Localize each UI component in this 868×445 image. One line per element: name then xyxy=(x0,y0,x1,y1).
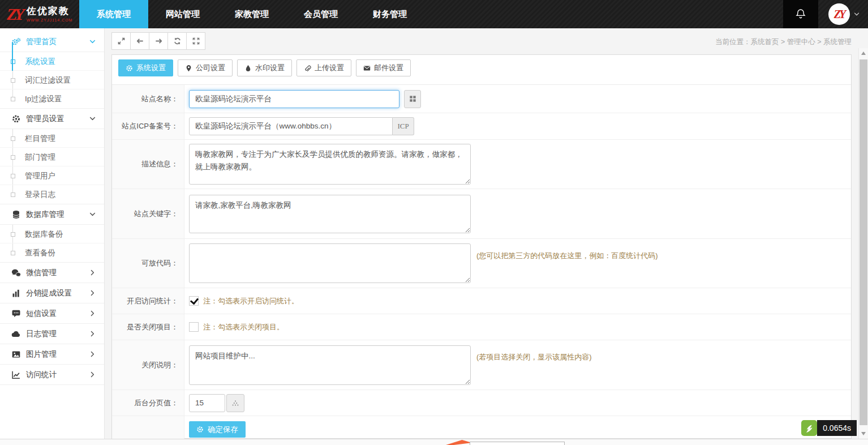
nav-tab-member-management[interactable]: 会员管理 xyxy=(286,0,355,28)
tab-company-settings[interactable]: 公司设置 xyxy=(178,59,233,76)
embed-code-textarea[interactable] xyxy=(189,243,471,283)
sidebar-item-wechat-management[interactable]: 微信管理 xyxy=(0,263,104,283)
sidebar-item-admin-settings[interactable]: 管理员设置 xyxy=(0,109,104,129)
keywords-textarea[interactable]: 请家教,家教平台,嗨教家教网 xyxy=(189,195,471,233)
arrow-right-icon xyxy=(154,37,163,45)
sidebar-submenu-admin-settings: 栏目管理 部门管理 管理用户 登录日志 xyxy=(0,129,104,204)
chevron-down-icon xyxy=(89,115,96,122)
site-name-label: 站点名称： xyxy=(112,85,184,113)
sidebar-item-ip-filter-settings[interactable]: Ip过滤设置 xyxy=(0,89,104,108)
close-message-textarea[interactable]: 网站项目维护中... xyxy=(189,345,471,385)
trace-badge[interactable]: 0.0654s xyxy=(801,420,857,436)
sidebar-item-sms-settings[interactable]: 短信设置 xyxy=(0,303,104,324)
image-icon xyxy=(11,350,21,359)
scroll-up-arrow[interactable] xyxy=(861,52,866,55)
flame-icon xyxy=(446,440,472,445)
visit-stats-label: 开启访问统计： xyxy=(112,288,184,314)
description-textarea[interactable]: 嗨教家教网，专注于为广大家长及学员提供优质的教师资源。请家教，做家都，就上嗨教家… xyxy=(189,144,471,185)
close-message-hint: (若项目选择关闭，显示该属性内容) xyxy=(476,352,592,362)
sidebar-item-database-backup[interactable]: 数据库备份 xyxy=(0,225,104,243)
page-size-label: 后台分页值： xyxy=(112,390,184,416)
tab-upload-settings[interactable]: 上传设置 xyxy=(297,59,351,76)
envelope-icon xyxy=(363,65,371,72)
page-size-input[interactable] xyxy=(189,394,225,412)
expand-icon xyxy=(117,37,126,45)
nav-tab-tutor-management[interactable]: 家教管理 xyxy=(217,0,286,28)
form-row-embed-code: 可放代码： (您可以把第三方的代码放在这里，例如：百度统计代码) xyxy=(112,239,851,288)
nav-tab-system-management[interactable]: 系统管理 xyxy=(79,0,148,28)
fullscreen-button[interactable] xyxy=(186,32,205,50)
embed-code-label: 可放代码： xyxy=(112,239,184,288)
sidebar-item-department-management[interactable]: 部门管理 xyxy=(0,148,104,166)
chevron-right-icon xyxy=(89,289,96,297)
chevron-right-icon xyxy=(89,330,96,337)
expand-button[interactable] xyxy=(111,32,131,50)
chevron-down-icon xyxy=(89,38,96,45)
sidebar-item-view-backup[interactable]: 查看备份 xyxy=(0,243,104,262)
sidebar-item-column-management[interactable]: 栏目管理 xyxy=(0,129,104,148)
load-time: 0.0654s xyxy=(817,420,857,436)
sidebar-item-image-management[interactable]: 图片管理 xyxy=(0,344,104,365)
sidebar: 管理首页 系统设置 词汇过滤设置 Ip过滤设置 管理员设置 栏目管理 部门管理 … xyxy=(0,28,105,439)
settings-panel: 系统设置 公司设置 水印设置 上传设置 邮件设置 站点名称： xyxy=(111,54,852,439)
fullscreen-icon xyxy=(192,37,200,45)
tab-watermark-settings[interactable]: 水印设置 xyxy=(237,59,292,76)
embed-code-hint: (您可以把第三方的代码放在这里，例如：百度统计代码) xyxy=(476,251,658,261)
close-project-checkbox[interactable] xyxy=(189,322,199,332)
main-content: 当前位置：系统首页 > 管理中心 > 系统管理 系统设置 公司设置 水印设置 上… xyxy=(105,28,858,439)
back-button[interactable] xyxy=(130,32,149,50)
chevron-right-icon xyxy=(89,310,96,317)
gear-icon xyxy=(126,65,133,72)
close-project-label: 是否关闭项目： xyxy=(112,314,184,340)
dots-grid-icon xyxy=(231,399,239,407)
scroll-down-arrow[interactable] xyxy=(861,432,866,435)
notifications-button[interactable] xyxy=(783,0,818,28)
form-row-save: 确定保存 xyxy=(112,416,851,442)
user-menu[interactable]: ZY xyxy=(828,0,860,28)
forward-button[interactable] xyxy=(149,32,168,50)
visit-stats-note: 注：勾选表示开启访问统计。 xyxy=(203,296,299,306)
top-nav: 系统管理 网站管理 家教管理 会员管理 财务管理 xyxy=(79,0,424,28)
refresh-icon xyxy=(173,37,182,45)
line-chart-icon xyxy=(11,370,21,379)
refresh-button[interactable] xyxy=(167,32,187,50)
bar-chart-icon xyxy=(11,289,21,298)
grid-icon xyxy=(409,95,417,103)
form-row-description: 描述信息： 嗨教家教网，专注于为广大家长及学员提供优质的教师资源。请家教，做家都… xyxy=(112,140,851,189)
topbar: ZY 佐优家教 WWW.ZYJJ114.COM 系统管理 网站管理 家教管理 会… xyxy=(0,0,868,28)
system-settings-form: 站点名称： 站点ICP备案号： ICP xyxy=(112,84,851,438)
paperclip-icon xyxy=(304,65,311,72)
droplet-icon xyxy=(244,65,252,72)
vertical-scrollbar[interactable] xyxy=(858,48,868,439)
form-row-icp: 站点ICP备案号： ICP xyxy=(112,113,851,140)
visit-stats-checkbox[interactable] xyxy=(189,296,199,306)
form-row-site-name: 站点名称： xyxy=(112,85,851,113)
sidebar-item-admin-home[interactable]: 管理首页 xyxy=(0,32,104,52)
sidebar-item-database-management[interactable]: 数据库管理 xyxy=(0,204,104,225)
thinkphp-logo-icon xyxy=(801,420,817,436)
bottom-strip-box xyxy=(470,442,565,445)
sidebar-item-login-logs[interactable]: 登录日志 xyxy=(0,185,104,204)
sidebar-item-visit-statistics[interactable]: 访问统计 xyxy=(0,365,104,385)
sidebar-item-system-settings[interactable]: 系统设置 xyxy=(0,52,104,71)
tab-system-settings[interactable]: 系统设置 xyxy=(118,59,173,76)
save-button[interactable]: 确定保存 xyxy=(189,421,246,438)
sidebar-submenu-admin-home: 系统设置 词汇过滤设置 Ip过滤设置 xyxy=(0,52,104,109)
chevron-down-icon xyxy=(853,11,860,18)
site-name-picker-button[interactable] xyxy=(404,90,421,108)
tab-mail-settings[interactable]: 邮件设置 xyxy=(356,59,411,76)
icp-input[interactable] xyxy=(189,117,393,135)
page-size-picker-button[interactable] xyxy=(226,394,244,412)
gear-icon xyxy=(196,426,204,433)
app-logo[interactable]: ZY 佐优家教 WWW.ZYJJ114.COM xyxy=(0,0,79,28)
sidebar-item-log-management[interactable]: 日志管理 xyxy=(0,324,104,344)
nav-tab-finance-management[interactable]: 财务管理 xyxy=(355,0,424,28)
scrollbar-thumb[interactable] xyxy=(860,59,867,425)
sidebar-item-commission-settings[interactable]: 分销提成设置 xyxy=(0,283,104,303)
sidebar-item-word-filter-settings[interactable]: 词汇过滤设置 xyxy=(0,71,104,89)
sidebar-item-admin-users[interactable]: 管理用户 xyxy=(0,166,104,185)
logo-icon: ZY xyxy=(7,6,22,23)
nav-tab-website-management[interactable]: 网站管理 xyxy=(148,0,217,28)
save-row-label xyxy=(112,416,184,442)
site-name-input[interactable] xyxy=(189,90,399,108)
